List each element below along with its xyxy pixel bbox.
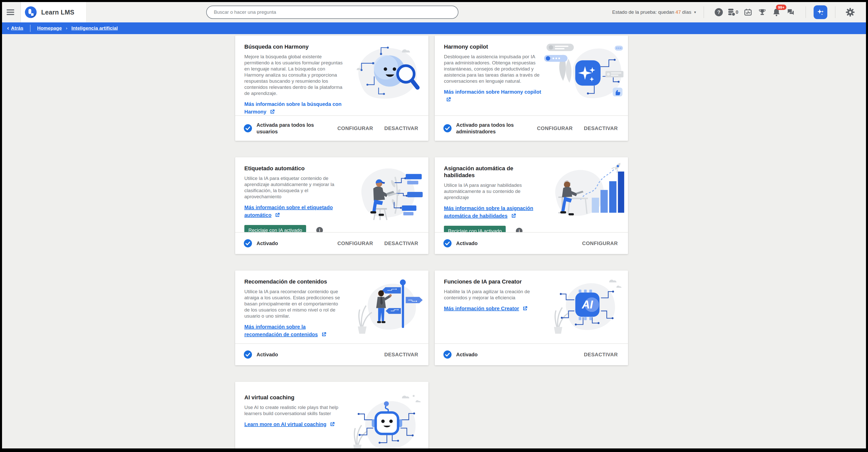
status-indicator: Activado <box>443 239 477 247</box>
configure-button[interactable]: CONFIGURAR <box>337 241 373 246</box>
help-button[interactable]: ? <box>712 5 726 19</box>
check-circle-icon <box>443 124 452 132</box>
card-title: Harmony copilot <box>444 43 535 50</box>
main-content: Búsqueda con Harmony Mejore la búsqueda … <box>2 34 866 448</box>
card-harmony-search: Búsqueda con Harmony Mejore la búsqueda … <box>235 36 428 141</box>
card-ai-virtual-coaching: AI virtual coaching Use AI to create rea… <box>235 382 428 448</box>
configure-button[interactable]: CONFIGURAR <box>582 241 618 246</box>
card-title: AI virtual coaching <box>244 394 336 401</box>
divider <box>30 25 31 32</box>
learn-more-link[interactable]: Más información sobre Harmony copilot <box>444 88 543 103</box>
check-circle-icon <box>244 239 252 247</box>
chat-icon <box>787 8 795 16</box>
status-label: Activado para todos los administradores <box>456 122 520 135</box>
card-title: Asignación automática de habilidades <box>444 165 535 179</box>
svg-text:AI: AI <box>582 298 593 311</box>
learn-more-link[interactable]: Más información sobre la búsqueda con Ha… <box>244 100 343 115</box>
divider <box>805 6 806 18</box>
info-icon[interactable]: i <box>316 227 323 232</box>
status-indicator: Activado <box>244 350 278 359</box>
status-indicator: Activado <box>244 239 278 247</box>
ai-recycle-badge: Reciclaje con IA activado <box>444 226 506 232</box>
deactivate-button[interactable]: DESACTIVAR <box>584 352 618 358</box>
card-description: Utilice la IA para etiquetar contenido d… <box>244 175 343 200</box>
card-title: Funciones de IA para Creator <box>444 278 535 285</box>
illustration-auto-skills <box>544 157 628 232</box>
learn-lms-logo-icon <box>25 6 37 18</box>
learn-more-link[interactable]: Learn more on AI virtual coaching <box>244 420 343 428</box>
chevron-left-icon: ‹ <box>7 25 9 32</box>
external-link-icon <box>275 213 280 218</box>
chevron-right-icon: › <box>66 26 67 31</box>
card-content-recommendation: Recomendación de contenidos Utilice la I… <box>235 271 428 365</box>
trial-status-dropdown[interactable]: Estado de la prueba: quedan 47 días ▾ <box>612 9 696 15</box>
learn-more-link[interactable]: Más información sobre Creator <box>444 305 543 312</box>
hamburger-menu-icon[interactable] <box>7 9 14 15</box>
external-link-icon <box>446 97 451 102</box>
card-description: Use AI to create realistic role plays th… <box>244 404 343 417</box>
calendar-icon <box>744 8 752 16</box>
trial-status-text: Estado de la prueba: quedan <box>612 9 674 15</box>
messages-button[interactable] <box>783 5 798 19</box>
back-button[interactable]: ‹ Atrás <box>7 25 23 32</box>
card-title: Etiquetado automático <box>244 165 336 172</box>
breadcrumb-item-homepage[interactable]: Homepage <box>37 25 62 31</box>
admin-settings-button[interactable] <box>843 5 857 19</box>
trophy-icon <box>758 8 766 16</box>
deactivate-button[interactable]: DESACTIVAR <box>584 125 618 131</box>
deactivate-button[interactable]: DESACTIVAR <box>384 241 418 246</box>
coins-icon <box>728 8 736 16</box>
divider <box>704 6 704 18</box>
learn-more-link[interactable]: Más información sobre la asignación auto… <box>444 204 543 220</box>
divider <box>835 6 835 18</box>
external-link-icon <box>523 306 528 311</box>
card-description: Habilite la IA para agilizar la creación… <box>444 289 543 301</box>
status-indicator: Activado para todos los administradores <box>443 122 520 135</box>
app-window: Learn LMS Estado de la prueba: quedan 47… <box>2 2 866 448</box>
external-link-icon <box>270 109 275 114</box>
breadcrumb-item-current[interactable]: Inteligencia artificial <box>71 25 118 31</box>
check-circle-icon <box>244 124 252 132</box>
gear-icon <box>846 8 855 17</box>
trial-status-suffix: días <box>682 9 691 15</box>
breadcrumb: ‹ Atrás Homepage › Inteligencia artifici… <box>2 22 866 34</box>
card-description: Mejore la búsqueda global existente perm… <box>244 54 343 96</box>
ai-assistant-button[interactable] <box>814 5 827 19</box>
info-icon[interactable]: i <box>516 228 523 232</box>
configure-button[interactable]: CONFIGURAR <box>337 125 373 131</box>
card-creator-ai: Funciones de IA para Creator Habilite la… <box>435 271 628 365</box>
trial-days-remaining: 47 <box>676 9 681 15</box>
notifications-button[interactable]: 99+ <box>769 5 783 19</box>
card-title: Búsqueda con Harmony <box>244 43 336 50</box>
ai-recycle-badge: Reciclaje con IA activado <box>244 225 306 232</box>
back-label: Atrás <box>11 25 23 31</box>
status-label: Activado <box>456 351 477 358</box>
rewards-button[interactable] <box>726 5 738 19</box>
check-circle-icon <box>244 350 252 359</box>
status-label: Activado <box>256 240 278 247</box>
card-description: Utilice la IA para recomendar contenido … <box>244 289 343 319</box>
calendar-button[interactable] <box>741 5 755 19</box>
illustration-copilot <box>544 36 628 115</box>
card-description: Utilice la IA para asignar habilidades a… <box>444 182 543 201</box>
card-auto-tagging: Etiquetado automático Utilice la IA para… <box>235 157 428 254</box>
status-label: Activado <box>456 240 477 247</box>
top-bar: Learn LMS Estado de la prueba: quedan 47… <box>2 2 866 22</box>
gamification-button[interactable] <box>755 5 769 19</box>
logo-wordmark: Learn LMS <box>41 9 74 16</box>
deactivate-button[interactable]: DESACTIVAR <box>384 352 418 358</box>
configure-button[interactable]: CONFIGURAR <box>537 125 573 131</box>
illustration-harmony-search <box>344 36 428 115</box>
illustration-ai-coaching <box>344 382 428 448</box>
learn-more-link[interactable]: Más información sobre la recomendación d… <box>244 323 343 338</box>
deactivate-button[interactable]: DESACTIVAR <box>384 125 418 131</box>
illustration-content-recommendation <box>344 271 428 343</box>
learn-more-link[interactable]: Más información sobre el etiquetado auto… <box>244 204 343 219</box>
status-indicator: Activado <box>443 350 477 359</box>
logo[interactable]: Learn LMS <box>20 2 87 22</box>
global-search-input[interactable] <box>206 6 458 19</box>
ai-features-grid: Búsqueda con Harmony Mejore la búsqueda … <box>235 36 628 448</box>
external-link-icon <box>330 422 335 427</box>
illustration-creator-ai: AI <box>544 271 628 343</box>
external-link-icon <box>321 332 327 337</box>
